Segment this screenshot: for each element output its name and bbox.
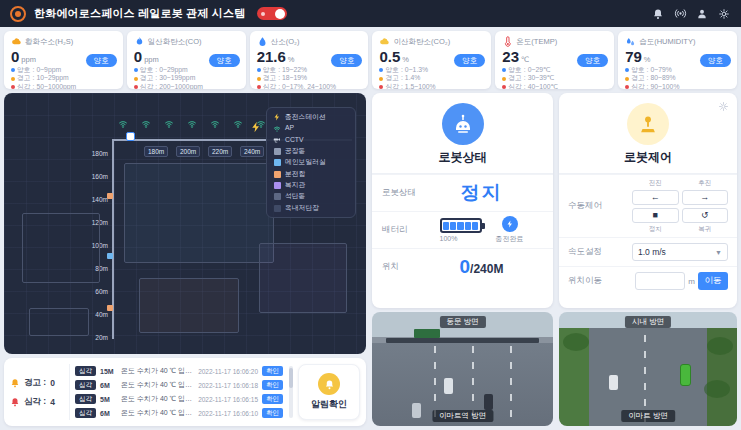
- settings-gear-icon[interactable]: [718, 101, 729, 112]
- sensor-value: 79: [625, 48, 642, 65]
- robot-position-marker: [126, 132, 135, 141]
- flame-icon: [134, 36, 145, 47]
- car: [412, 403, 421, 418]
- level-chip: 심각: [75, 380, 96, 390]
- row-label: 수동제어: [568, 200, 610, 212]
- user-icon[interactable]: [695, 7, 709, 21]
- confirm-button[interactable]: 확인: [262, 408, 283, 418]
- car: [484, 394, 493, 410]
- return-button[interactable]: ↺: [682, 208, 729, 223]
- distance-marker: 180m: [78, 150, 108, 157]
- gear-icon[interactable]: [717, 7, 731, 21]
- legend-square: [274, 205, 281, 212]
- charge-status: 충전완료: [496, 234, 524, 244]
- wifi-icon: [118, 119, 128, 129]
- status-badge: 양호: [577, 54, 608, 67]
- arrow-left-icon: ←: [651, 192, 660, 202]
- tree: [563, 333, 589, 351]
- system-toggle[interactable]: [257, 7, 287, 20]
- sensor-unit: ppm: [144, 55, 159, 64]
- alert-scrollbar[interactable]: [289, 366, 293, 418]
- alert-list: 심각 15M 온도 수치가 40 ℃ 입니다. 2022-11-17 16:06…: [70, 364, 288, 420]
- camera-caption-top: 동문 방면: [439, 316, 485, 328]
- status-badge: 양호: [209, 54, 240, 67]
- alert-panel: 경고0 심각4 심각 15M 온도 수치가 40 ℃ 입니다. 2022-11-…: [4, 358, 366, 426]
- sensor-unit: %: [644, 55, 651, 64]
- status-badge: 양호: [454, 54, 485, 67]
- legend-square: [274, 193, 281, 200]
- bell-icon: [318, 373, 340, 395]
- confirm-button[interactable]: 확인: [262, 380, 283, 390]
- status-badge: 양호: [86, 54, 117, 67]
- bus: [680, 364, 691, 386]
- distance-marker: 60m: [78, 288, 108, 295]
- confirm-button[interactable]: 확인: [262, 366, 283, 376]
- sensor-card-co2: 이산화탄소(CO₂) 0.5% 양호 양호0~1.3% 경고1.4% 심각1.5…: [372, 31, 491, 89]
- app-logo-icon: [10, 6, 26, 22]
- sensor-value: 23: [502, 48, 519, 65]
- bell-icon: [10, 378, 20, 388]
- legend-square: [274, 148, 281, 155]
- legend-square: [274, 159, 281, 166]
- wifi-icon: [210, 119, 220, 129]
- sensor-name: 일산화탄소(CO): [148, 37, 202, 47]
- good-dot: [11, 68, 15, 72]
- confirm-all-button[interactable]: 알림확인: [298, 364, 360, 420]
- sensor-card-h2s: 황화수소(H₂S) 0ppm 양호 양호0~9ppm 경고10~29ppm 심각…: [4, 31, 123, 89]
- forward-button[interactable]: ←: [632, 190, 679, 205]
- bell-icon[interactable]: [651, 7, 665, 21]
- warn-dot: [379, 77, 383, 81]
- sensor-card-temp: 온도(TEMP) 23℃ 양호 양호0~29℃ 경고30~39℃ 심각40~10…: [495, 31, 614, 89]
- legend-item: CCTV: [273, 136, 349, 145]
- bolt-icon: [273, 113, 281, 121]
- rail-distance-chip: 180m: [144, 146, 168, 157]
- legend-item: 석탄동: [273, 192, 349, 201]
- legend-square: [274, 171, 281, 178]
- sensor-value: 0: [134, 48, 142, 65]
- position-total: /240M: [470, 262, 503, 276]
- overhead-gantry: [386, 338, 538, 343]
- legend-item: 옥내저탄장: [273, 204, 349, 213]
- move-button[interactable]: 이동: [698, 272, 728, 290]
- stop-button[interactable]: ■: [632, 208, 679, 223]
- legend-square: [274, 182, 281, 189]
- rail-distance-chip: 220m: [208, 146, 232, 157]
- cctv-feed-1[interactable]: 동문 방면 이마트역 방면: [372, 312, 553, 426]
- legend-item: 충전스테이션: [273, 113, 349, 122]
- car: [444, 378, 453, 394]
- forward-label: 전진: [632, 180, 679, 187]
- critical-dot: [379, 85, 383, 89]
- backward-label: 후진: [682, 180, 729, 187]
- sensor-name: 온도(TEMP): [516, 37, 557, 47]
- cctv-feed-2[interactable]: 시내 방면 이마트 방면: [559, 312, 737, 426]
- speed-select[interactable]: 1.0 m/s ▼: [632, 243, 728, 261]
- position-current: 0: [460, 256, 471, 277]
- critical-dot: [257, 85, 261, 89]
- warn-dot: [502, 77, 506, 81]
- signal-icon[interactable]: [673, 7, 687, 21]
- alert-row: 심각 6M 온도 수치가 40 ℃ 입니다. 2022-11-17 16:06:…: [75, 379, 283, 391]
- warn-dot: [134, 77, 138, 81]
- critical-dot: [11, 85, 15, 89]
- camera-caption-bottom: 이마트역 방면: [432, 410, 493, 422]
- confirm-button[interactable]: 확인: [262, 394, 283, 404]
- bell-icon: [10, 397, 20, 407]
- move-unit: m: [688, 277, 695, 286]
- sensor-name: 이산화탄소(CO₂): [393, 37, 450, 47]
- row-label: 위치이동: [568, 275, 610, 287]
- move-distance-input[interactable]: [635, 272, 685, 290]
- panel-node: [107, 305, 113, 311]
- sensor-name: 황화수소(H₂S): [25, 37, 73, 47]
- building-storage: [29, 308, 89, 336]
- building-factory: [124, 163, 274, 263]
- wifi-icon: [141, 119, 151, 129]
- critical-dot: [625, 85, 629, 89]
- stop-label: 정지: [632, 226, 679, 233]
- sensor-value: 0: [11, 48, 19, 65]
- good-dot: [134, 68, 138, 72]
- backward-button[interactable]: →: [682, 190, 729, 205]
- sensor-unit: ppm: [21, 55, 36, 64]
- panel-title: 로봇상태: [372, 149, 553, 174]
- chevron-down-icon: ▼: [715, 249, 722, 256]
- panel-node: [107, 253, 113, 259]
